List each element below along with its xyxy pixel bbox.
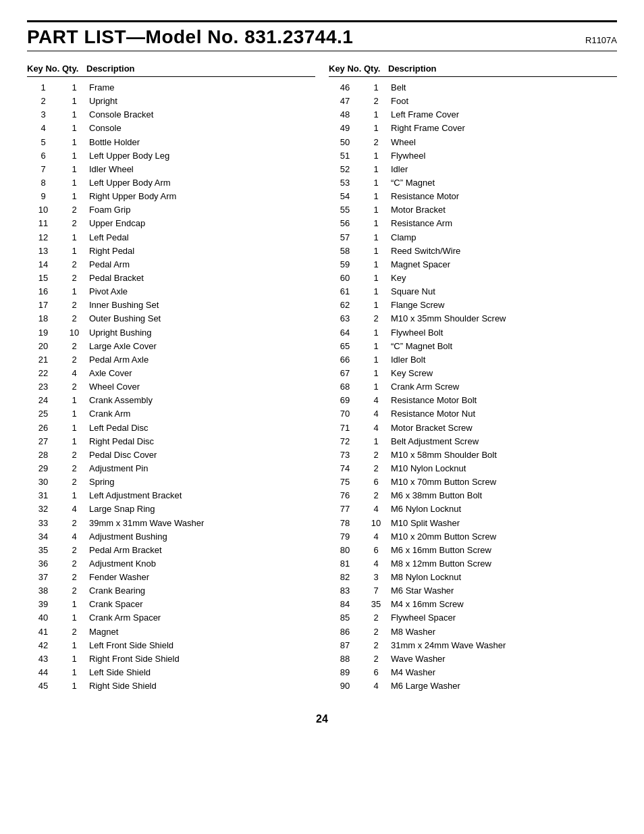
part-desc: Foot bbox=[388, 95, 617, 108]
part-qty: 1 bbox=[364, 271, 388, 285]
part-key: 50 bbox=[329, 136, 364, 149]
table-row: 42 1 Left Front Side Shield bbox=[27, 639, 315, 652]
part-desc: Axle Cover bbox=[86, 367, 315, 380]
part-qty: 1 bbox=[62, 244, 86, 258]
part-desc: Console bbox=[86, 122, 315, 135]
table-row: 17 2 Inner Bushing Set bbox=[27, 298, 315, 312]
part-desc: Key Screw bbox=[388, 367, 617, 380]
part-key: 3 bbox=[27, 108, 62, 122]
left-column: Key No. Qty. Description 1 1 Frame 2 1 U… bbox=[27, 63, 329, 693]
part-desc: “C” Magnet bbox=[388, 176, 617, 190]
part-qty: 2 bbox=[62, 448, 86, 462]
part-desc: Large Snap Ring bbox=[86, 502, 315, 516]
table-row: 52 1 Idler bbox=[329, 163, 617, 176]
part-qty: 1 bbox=[364, 203, 388, 217]
right-parts-list: 46 1 Belt 47 2 Foot 48 1 Left Frame Cove… bbox=[329, 81, 617, 693]
part-desc: Pedal Bracket bbox=[86, 271, 315, 285]
table-row: 13 1 Right Pedal bbox=[27, 244, 315, 258]
part-qty: 6 bbox=[364, 544, 388, 557]
part-key: 30 bbox=[27, 475, 62, 489]
part-key: 17 bbox=[27, 298, 62, 312]
table-row: 74 2 M10 Nylon Locknut bbox=[329, 462, 617, 475]
part-key: 18 bbox=[27, 312, 62, 325]
table-row: 57 1 Clamp bbox=[329, 231, 617, 244]
part-key: 41 bbox=[27, 625, 62, 639]
part-desc: Right Front Side Shield bbox=[86, 652, 315, 666]
part-key: 36 bbox=[27, 557, 62, 571]
part-desc: Console Bracket bbox=[86, 108, 315, 122]
part-desc: Crank Arm bbox=[86, 407, 315, 421]
part-desc: Crank Spacer bbox=[86, 598, 315, 611]
table-row: 68 1 Crank Arm Screw bbox=[329, 380, 617, 394]
table-row: 82 3 M8 Nylon Locknut bbox=[329, 571, 617, 584]
part-key: 58 bbox=[329, 244, 364, 258]
part-qty: 4 bbox=[364, 530, 388, 544]
part-desc: M6 Large Washer bbox=[388, 679, 617, 693]
part-key: 86 bbox=[329, 625, 364, 639]
part-desc: Key bbox=[388, 271, 617, 285]
part-qty: 1 bbox=[364, 380, 388, 394]
table-row: 45 1 Right Side Shield bbox=[27, 679, 315, 693]
part-qty: 2 bbox=[62, 258, 86, 271]
part-desc: Resistance Motor Nut bbox=[388, 407, 617, 421]
part-desc: Belt Adjustment Screw bbox=[388, 435, 617, 448]
part-desc: M8 Nylon Locknut bbox=[388, 571, 617, 584]
table-row: 85 2 Flywheel Spacer bbox=[329, 611, 617, 625]
part-qty: 2 bbox=[364, 448, 388, 462]
part-qty: 2 bbox=[62, 584, 86, 598]
part-qty: 1 bbox=[364, 367, 388, 380]
part-qty: 4 bbox=[62, 530, 86, 544]
part-desc: Right Pedal bbox=[86, 244, 315, 258]
part-desc: M10 Nylon Locknut bbox=[388, 462, 617, 475]
part-key: 49 bbox=[329, 122, 364, 135]
part-qty: 1 bbox=[364, 163, 388, 176]
table-row: 58 1 Reed Switch/Wire bbox=[329, 244, 617, 258]
part-key: 23 bbox=[27, 380, 62, 394]
part-desc: Flywheel Spacer bbox=[388, 611, 617, 625]
part-qty: 1 bbox=[364, 244, 388, 258]
part-desc: M4 Washer bbox=[388, 666, 617, 679]
part-desc: Right Upper Body Arm bbox=[86, 190, 315, 203]
part-qty: 1 bbox=[364, 122, 388, 135]
table-row: 5 1 Bottle Holder bbox=[27, 136, 315, 149]
right-column: Key No. Qty. Description 46 1 Belt 47 2 … bbox=[329, 63, 617, 693]
table-row: 59 1 Magnet Spacer bbox=[329, 258, 617, 271]
part-key: 35 bbox=[27, 544, 62, 557]
part-qty: 2 bbox=[364, 489, 388, 502]
part-key: 11 bbox=[27, 217, 62, 230]
part-desc: Idler Wheel bbox=[86, 163, 315, 176]
part-qty: 1 bbox=[364, 285, 388, 298]
part-qty: 1 bbox=[364, 176, 388, 190]
part-qty: 1 bbox=[364, 149, 388, 163]
table-row: 28 2 Pedal Disc Cover bbox=[27, 448, 315, 462]
right-key-no-header: Key No. bbox=[329, 63, 364, 74]
part-desc: Pedal Disc Cover bbox=[86, 448, 315, 462]
part-qty: 1 bbox=[364, 231, 388, 244]
part-key: 25 bbox=[27, 407, 62, 421]
part-qty: 2 bbox=[62, 625, 86, 639]
parts-columns: Key No. Qty. Description 1 1 Frame 2 1 U… bbox=[27, 63, 617, 693]
part-desc: Upper Endcap bbox=[86, 217, 315, 230]
part-desc: Motor Bracket Screw bbox=[388, 421, 617, 435]
right-col-header: Key No. Qty. Description bbox=[329, 63, 617, 77]
table-row: 55 1 Motor Bracket bbox=[329, 203, 617, 217]
part-key: 19 bbox=[27, 326, 62, 340]
part-key: 27 bbox=[27, 435, 62, 448]
part-qty: 2 bbox=[364, 652, 388, 666]
page-model-id: R1107A bbox=[585, 35, 617, 45]
part-qty: 1 bbox=[62, 407, 86, 421]
part-qty: 1 bbox=[62, 611, 86, 625]
table-row: 22 4 Axle Cover bbox=[27, 367, 315, 380]
page-header: PART LIST—Model No. 831.23744.1 R1107A bbox=[27, 20, 617, 51]
part-key: 52 bbox=[329, 163, 364, 176]
part-qty: 2 bbox=[364, 639, 388, 652]
part-key: 31 bbox=[27, 489, 62, 502]
left-qty-header: Qty. bbox=[62, 63, 86, 74]
part-qty: 2 bbox=[364, 625, 388, 639]
part-key: 81 bbox=[329, 557, 364, 571]
part-desc: Adjustment Pin bbox=[86, 462, 315, 475]
part-qty: 1 bbox=[62, 81, 86, 95]
part-desc: Fender Washer bbox=[86, 571, 315, 584]
part-key: 2 bbox=[27, 95, 62, 108]
page-number: 24 bbox=[316, 713, 328, 725]
